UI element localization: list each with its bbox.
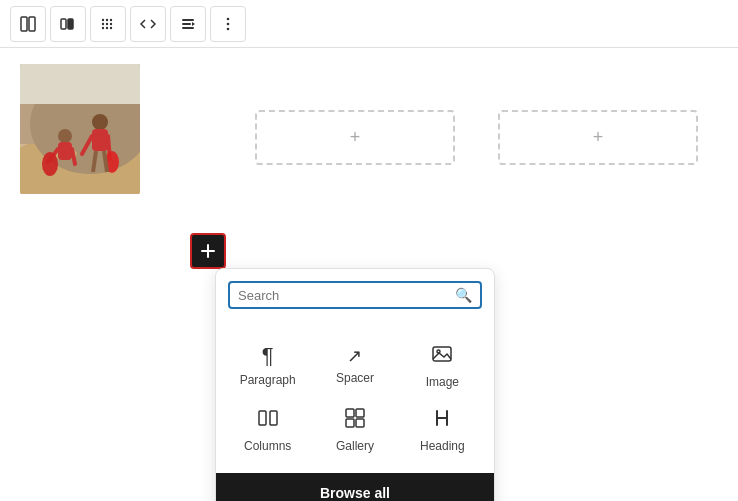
spacer-label: Spacer [336, 371, 374, 385]
svg-rect-24 [20, 64, 140, 104]
more-options-button[interactable] [210, 6, 246, 42]
svg-rect-14 [182, 23, 191, 25]
plus-icon-1: + [350, 127, 361, 148]
code-button[interactable] [130, 6, 166, 42]
layout-button[interactable] [10, 6, 46, 42]
browse-all-label: Browse all [320, 485, 390, 501]
svg-rect-3 [68, 19, 73, 29]
svg-rect-43 [270, 411, 277, 425]
svg-rect-47 [356, 419, 364, 427]
svg-point-31 [92, 114, 108, 130]
svg-point-26 [58, 129, 72, 143]
svg-rect-46 [346, 419, 354, 427]
block-picker: 🔍 ¶ Paragraph ↗ Spacer Ima [215, 268, 495, 501]
plus-icon-2: + [593, 127, 604, 148]
svg-rect-2 [61, 19, 66, 29]
svg-point-30 [42, 152, 58, 176]
svg-point-19 [227, 27, 230, 30]
svg-point-17 [227, 17, 230, 20]
heading-label: Heading [420, 439, 465, 453]
picker-item-gallery[interactable]: Gallery [311, 397, 398, 461]
picker-search-wrapper: 🔍 [228, 281, 482, 309]
svg-point-7 [102, 22, 104, 24]
image-icon [431, 343, 453, 369]
picker-search-input[interactable] [238, 288, 455, 303]
toolbar [0, 0, 738, 48]
svg-point-4 [102, 18, 104, 20]
columns-icon [257, 407, 279, 433]
gallery-label: Gallery [336, 439, 374, 453]
picker-grid: ¶ Paragraph ↗ Spacer Image [216, 321, 494, 473]
svg-point-6 [110, 18, 112, 20]
svg-point-10 [102, 26, 104, 28]
add-placeholder-1[interactable]: + [255, 110, 455, 165]
svg-rect-40 [433, 347, 451, 361]
svg-rect-13 [182, 19, 194, 21]
svg-rect-27 [58, 142, 72, 160]
add-placeholder-2[interactable]: + [498, 110, 698, 165]
content-area: + + 🔍 ¶ Paragraph ↗ Spacer [0, 48, 738, 214]
browse-all-button[interactable]: Browse all [216, 473, 494, 501]
block-image[interactable] [20, 64, 140, 194]
svg-rect-0 [21, 17, 27, 31]
paragraph-label: Paragraph [240, 373, 296, 387]
dots-button[interactable] [90, 6, 126, 42]
svg-rect-1 [29, 17, 35, 31]
picker-item-image[interactable]: Image [399, 333, 486, 397]
search-icon: 🔍 [455, 287, 472, 303]
svg-rect-45 [356, 409, 364, 417]
svg-marker-16 [192, 22, 195, 26]
svg-rect-32 [92, 129, 108, 151]
svg-point-18 [227, 22, 230, 25]
text-align-button[interactable] [170, 6, 206, 42]
svg-point-9 [110, 22, 112, 24]
picker-item-columns[interactable]: Columns [224, 397, 311, 461]
svg-point-5 [106, 18, 108, 20]
svg-rect-15 [182, 27, 194, 29]
image-label: Image [426, 375, 459, 389]
svg-point-8 [106, 22, 108, 24]
svg-rect-42 [259, 411, 266, 425]
columns-button[interactable] [50, 6, 86, 42]
picker-item-paragraph[interactable]: ¶ Paragraph [224, 333, 311, 397]
picker-item-spacer[interactable]: ↗ Spacer [311, 333, 398, 397]
add-block-button[interactable] [190, 233, 226, 269]
columns-label: Columns [244, 439, 291, 453]
gallery-icon [344, 407, 366, 433]
picker-item-heading[interactable]: Heading [399, 397, 486, 461]
svg-rect-44 [346, 409, 354, 417]
svg-point-11 [106, 26, 108, 28]
paragraph-icon: ¶ [262, 345, 274, 367]
svg-point-12 [110, 26, 112, 28]
heading-icon [431, 407, 453, 433]
spacer-icon: ↗ [347, 347, 362, 365]
